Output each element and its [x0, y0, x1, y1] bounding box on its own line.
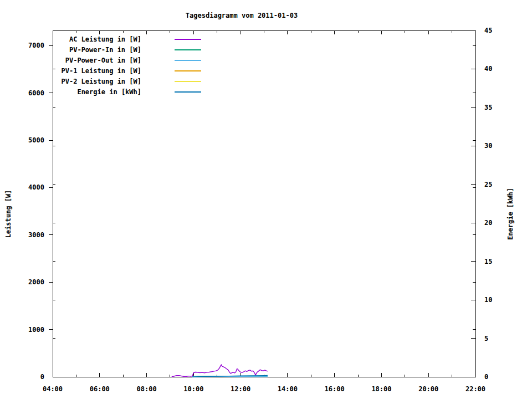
x-tick-label: 20:00: [418, 385, 438, 393]
chart-canvas: Tagesdiagramm vom 2011-01-03 Leistung [W…: [0, 0, 532, 399]
x-tick-label: 12:00: [231, 385, 250, 393]
legend-line-sample: [175, 81, 201, 82]
y1-tick-label: 5000: [11, 136, 44, 144]
legend-line-sample: [175, 70, 201, 71]
x-tick-label: 10:00: [183, 385, 203, 393]
x-tick-label: 06:00: [90, 385, 110, 393]
y1-tick-label: 2000: [11, 278, 44, 286]
x-tick-label: 22:00: [466, 385, 485, 393]
series-line-ac-leistung-in-w: [172, 365, 268, 377]
x-tick-label: 14:00: [278, 385, 298, 393]
y2-tick-label: 40: [484, 65, 492, 73]
y1-tick-label: 4000: [11, 183, 44, 191]
legend-line-sample: [175, 91, 201, 93]
y2-tick-label: 20: [484, 219, 492, 227]
legend-label: PV-Power-Out in [W]: [14, 57, 141, 64]
legend-line-sample: [175, 49, 201, 50]
legend-label: PV-2 Leistung in [W]: [14, 78, 141, 85]
x-tick-label: 04:00: [43, 385, 63, 393]
y2-tick-label: 0: [484, 373, 488, 381]
y2-tick-label: 15: [484, 258, 492, 265]
x-tick-label: 18:00: [371, 385, 391, 393]
y2-tick-label: 45: [484, 27, 492, 34]
x-tick-label: 16:00: [325, 385, 345, 393]
y2-tick-label: 35: [484, 104, 492, 111]
y2-tick-label: 25: [484, 181, 492, 188]
legend-label: Energie in [kWh]: [14, 88, 141, 96]
legend-label: PV-1 Leistung in [W]: [14, 67, 141, 75]
y1-tick-label: 3000: [11, 231, 44, 239]
legend-label: AC Leistung in [W]: [14, 35, 141, 43]
x-tick-label: 08:00: [136, 385, 156, 393]
y1-tick-label: 0: [11, 373, 44, 381]
legend-line-sample: [175, 39, 201, 40]
y2-tick-label: 10: [484, 296, 492, 304]
legend-label: PV-Power-In in [W]: [14, 46, 141, 54]
y1-tick-label: 1000: [11, 326, 44, 334]
y2-tick-label: 30: [484, 142, 492, 150]
y2-tick-label: 5: [484, 335, 488, 342]
legend-line-sample: [175, 60, 201, 61]
